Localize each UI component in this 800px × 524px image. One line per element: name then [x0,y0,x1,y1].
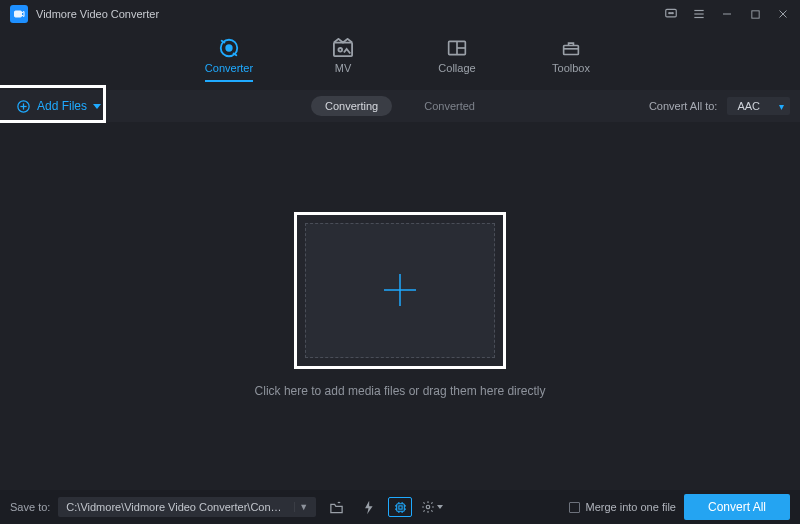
dropzone-hint: Click here to add media files or drag th… [255,384,546,398]
save-path-value: C:\Vidmore\Vidmore Video Converter\Conve… [66,501,286,513]
minimize-icon[interactable] [720,7,734,21]
svg-point-15 [338,48,342,52]
main-area: Click here to add media files or drag th… [0,122,800,490]
svg-point-4 [672,13,673,14]
hardware-accel-button[interactable] [356,497,380,517]
merge-label: Merge into one file [585,501,676,513]
gpu-toggle-button[interactable] [388,497,412,517]
close-icon[interactable] [776,7,790,21]
save-path-select[interactable]: C:\Vidmore\Vidmore Video Converter\Conve… [58,497,316,517]
feedback-icon[interactable] [664,7,678,21]
toolbox-icon [561,38,581,58]
svg-rect-14 [334,43,352,57]
nav-tab-label: MV [335,62,352,74]
converter-icon [218,38,240,58]
output-format-select[interactable]: AAC ▾ [727,97,790,115]
svg-rect-0 [15,11,22,17]
mv-icon [332,38,354,58]
dropzone-outer [297,215,503,366]
chevron-down-icon [437,505,443,509]
nav-tab-label: Toolbox [552,62,590,74]
nav-tab-converter[interactable]: Converter [199,38,259,74]
nav-tab-mv[interactable]: MV [313,38,373,74]
svg-rect-26 [396,503,404,511]
title-bar: Vidmore Video Converter [0,0,800,28]
svg-rect-19 [564,46,579,55]
add-files-button[interactable]: Add Files [10,97,107,116]
svg-point-3 [671,13,672,14]
save-to-label: Save to: [10,501,50,513]
convert-all-to-label: Convert All to: [649,100,717,112]
chevron-down-icon: ▼ [294,502,308,512]
svg-rect-27 [399,505,402,508]
chevron-down-icon: ▾ [779,101,784,112]
segment-converted[interactable]: Converted [410,96,489,116]
app-logo-icon [10,5,28,23]
plus-icon [380,270,420,310]
maximize-icon[interactable] [748,7,762,21]
nav-tab-label: Converter [205,62,253,74]
plus-circle-icon [16,99,31,114]
main-nav: Converter MV Collage Toolbox [0,28,800,84]
nav-tab-label: Collage [438,62,475,74]
collage-icon [447,38,467,58]
add-files-label: Add Files [37,99,87,113]
segment-converting[interactable]: Converting [311,96,392,116]
convert-all-button[interactable]: Convert All [684,494,790,520]
svg-point-2 [669,13,670,14]
svg-rect-9 [751,10,758,17]
toolbar: Add Files Converting Converted Convert A… [0,90,800,122]
svg-point-13 [226,45,232,51]
settings-button[interactable] [420,497,444,517]
nav-tab-toolbox[interactable]: Toolbox [541,38,601,74]
menu-icon[interactable] [692,7,706,21]
svg-point-36 [427,505,431,509]
open-folder-button[interactable] [324,497,348,517]
nav-tab-collage[interactable]: Collage [427,38,487,74]
merge-into-one-checkbox[interactable]: Merge into one file [569,501,676,513]
footer: Save to: C:\Vidmore\Vidmore Video Conver… [0,490,800,524]
chevron-down-icon [93,104,101,109]
dropzone[interactable] [305,223,495,358]
checkbox-icon [569,502,580,513]
app-title: Vidmore Video Converter [36,8,159,20]
output-format-value: AAC [737,100,760,112]
